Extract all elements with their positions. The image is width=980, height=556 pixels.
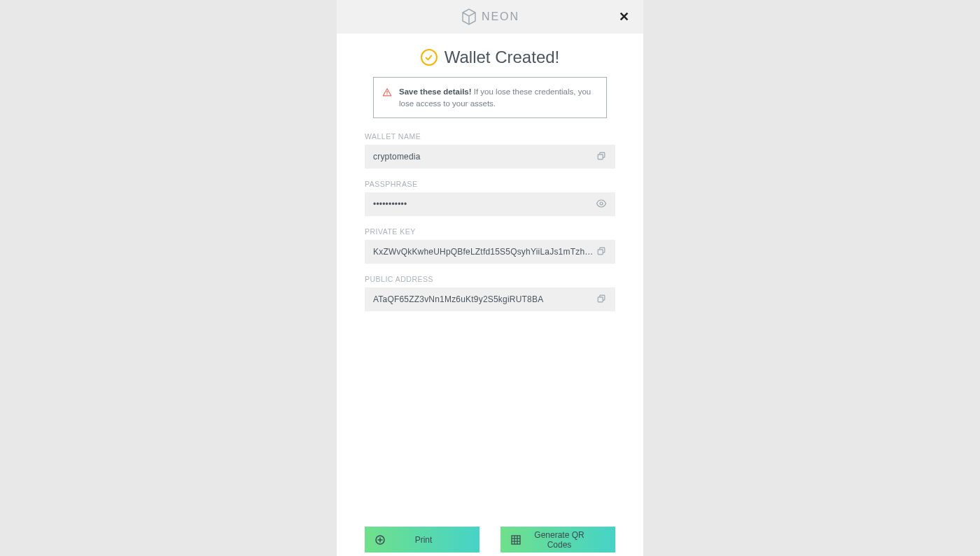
eye-icon	[596, 198, 607, 211]
warning-text: Save these details! If you lose these cr…	[399, 86, 596, 109]
copy-public-address-button[interactable]	[594, 292, 608, 306]
copy-private-key-button[interactable]	[594, 245, 608, 259]
warning-strong: Save these details!	[399, 87, 472, 96]
wallet-name-row: cryptomedia	[365, 145, 615, 169]
private-key-value: KxZWvQkKwheUHpQBfeLZtfd15S5QsyhYiiLaJs1m…	[373, 247, 594, 257]
print-button-label: Print	[388, 535, 472, 545]
warning-icon	[382, 87, 392, 100]
svg-rect-12	[512, 536, 520, 544]
public-address-label: PUBLIC ADDRESS	[365, 275, 615, 283]
grid-icon	[507, 535, 524, 545]
print-button[interactable]: Print	[365, 527, 479, 553]
passphrase-label: PASSPHRASE	[365, 180, 615, 188]
close-button[interactable]: ✕	[619, 9, 629, 24]
field-public-address: PUBLIC ADDRESS ATaQF65ZZ3vNn1Mz6uKt9y2S5…	[365, 275, 615, 311]
field-private-key: PRIVATE KEY KxZWvQkKwheUHpQBfeLZtfd15S5Q…	[365, 227, 615, 264]
svg-rect-8	[598, 297, 603, 302]
private-key-row: KxZWvQkKwheUHpQBfeLZtfd15S5QsyhYiiLaJs1m…	[365, 240, 615, 264]
private-key-label: PRIVATE KEY	[365, 227, 615, 236]
wallet-created-panel: NEON ✕ Wallet Created! Save these detail…	[337, 0, 643, 556]
copy-icon	[596, 151, 606, 163]
brand-name: NEON	[482, 10, 519, 23]
toggle-passphrase-visibility-button[interactable]	[594, 197, 608, 211]
copy-wallet-name-button[interactable]	[594, 150, 608, 164]
passphrase-row: •••••••••••	[365, 192, 615, 216]
generate-qr-button[interactable]: Generate QR Codes	[500, 527, 615, 553]
plus-circle-icon	[372, 534, 388, 546]
svg-rect-3	[598, 155, 603, 159]
public-address-value: ATaQF65ZZ3vNn1Mz6uKt9y2S5kgiRUT8BA	[373, 294, 594, 304]
field-passphrase: PASSPHRASE •••••••••••	[365, 180, 615, 216]
wallet-name-value: cryptomedia	[373, 152, 594, 162]
svg-point-4	[600, 202, 603, 205]
header: NEON ✕	[337, 0, 643, 34]
public-address-row: ATaQF65ZZ3vNn1Mz6uKt9y2S5kgiRUT8BA	[365, 287, 615, 311]
copy-icon	[596, 246, 606, 258]
passphrase-value: •••••••••••	[373, 199, 594, 209]
content: Save these details! If you lose these cr…	[337, 77, 643, 527]
copy-icon	[596, 294, 606, 306]
svg-point-1	[386, 94, 387, 94]
success-check-icon	[421, 49, 438, 66]
svg-rect-6	[598, 250, 603, 255]
warning-box: Save these details! If you lose these cr…	[373, 77, 607, 118]
generate-qr-button-label: Generate QR Codes	[524, 530, 608, 550]
close-icon: ✕	[619, 10, 629, 24]
brand-logo: NEON	[461, 7, 519, 27]
wallet-name-label: WALLET NAME	[365, 132, 615, 141]
neon-logo-icon	[461, 7, 477, 27]
field-wallet-name: WALLET NAME cryptomedia	[365, 132, 615, 169]
footer: Print Generate QR Codes	[337, 527, 643, 556]
title-row: Wallet Created!	[337, 34, 643, 77]
page-title: Wallet Created!	[444, 48, 560, 67]
